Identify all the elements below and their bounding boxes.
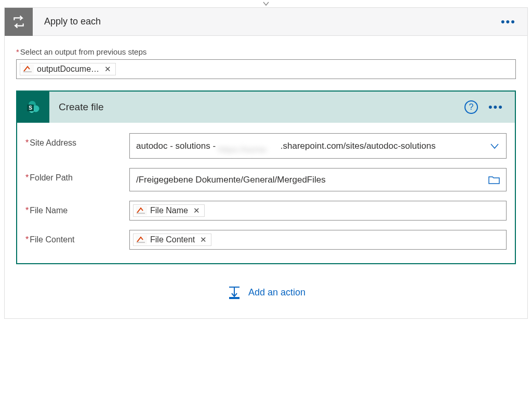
apply-to-each-menu-button[interactable]: ••• [489, 15, 527, 29]
remove-token-icon[interactable]: ✕ [191, 206, 200, 215]
site-address-value: autodoc - solutions - https://some.share… [136, 139, 484, 153]
redacted-text: https://some [218, 143, 281, 151]
site-address-select[interactable]: autodoc - solutions - https://some.share… [129, 133, 507, 159]
apply-to-each-card: Apply to each ••• *Select an output from… [4, 7, 528, 319]
folder-path-value: /Freigegebene Dokumente/General/MergedFi… [136, 173, 483, 187]
file-content-token-label: File Content [150, 235, 195, 244]
sharepoint-icon: S [17, 92, 49, 123]
file-name-token[interactable]: File Name ✕ [133, 204, 205, 217]
apply-to-each-header[interactable]: Apply to each ••• [5, 8, 527, 36]
loop-icon [5, 8, 33, 36]
api-key-icon [136, 206, 147, 215]
output-token[interactable]: outputDocume… ✕ [20, 63, 116, 75]
apply-to-each-title: Apply to each [33, 16, 489, 27]
add-action-label: Add an action [248, 287, 305, 298]
svg-text:S: S [29, 105, 32, 111]
select-output-section: *Select an output from previous steps ou… [5, 36, 527, 79]
file-name-row: *File Name File Name ✕ [25, 201, 507, 221]
file-content-row: *File Content File Content ✕ [25, 230, 507, 250]
file-content-input[interactable]: File Content ✕ [129, 230, 507, 250]
site-address-label: *Site Address [25, 133, 129, 148]
api-key-icon [136, 235, 147, 244]
folder-path-row: *Folder Path /Freigegebene Dokumente/Gen… [25, 168, 507, 191]
svg-rect-7 [137, 242, 145, 243]
create-file-card: S Create file ? ••• *Site Address autodo… [16, 90, 516, 264]
file-content-label: *File Content [25, 230, 129, 244]
file-content-token[interactable]: File Content ✕ [133, 234, 211, 246]
folder-path-input[interactable]: /Freigegebene Dokumente/General/MergedFi… [129, 168, 507, 191]
folder-path-label: *Folder Path [25, 168, 129, 183]
api-key-icon [22, 64, 34, 74]
folder-picker-icon[interactable] [483, 175, 500, 185]
add-action-icon [227, 285, 242, 300]
file-name-token-label: File Name [150, 206, 188, 215]
output-token-label: outputDocume… [37, 64, 99, 74]
remove-token-icon[interactable]: ✕ [102, 64, 111, 74]
help-button[interactable]: ? [464, 100, 478, 114]
flow-connector-arrow [262, 0, 270, 7]
file-name-label: *File Name [25, 201, 129, 215]
select-output-label: *Select an output from previous steps [16, 47, 516, 56]
create-file-menu-button[interactable]: ••• [485, 100, 515, 114]
add-action-button[interactable]: Add an action [5, 264, 527, 318]
remove-token-icon[interactable]: ✕ [198, 235, 207, 244]
site-address-row: *Site Address autodoc - solutions - http… [25, 133, 507, 159]
svg-rect-0 [23, 71, 32, 72]
chevron-down-icon[interactable] [484, 141, 500, 151]
file-name-input[interactable]: File Name ✕ [129, 201, 507, 221]
create-file-title: Create file [49, 101, 464, 113]
select-output-input[interactable]: outputDocume… ✕ [16, 59, 516, 79]
create-file-header[interactable]: S Create file ? ••• [17, 92, 515, 123]
create-file-form: *Site Address autodoc - solutions - http… [17, 123, 515, 263]
svg-rect-6 [137, 213, 145, 214]
